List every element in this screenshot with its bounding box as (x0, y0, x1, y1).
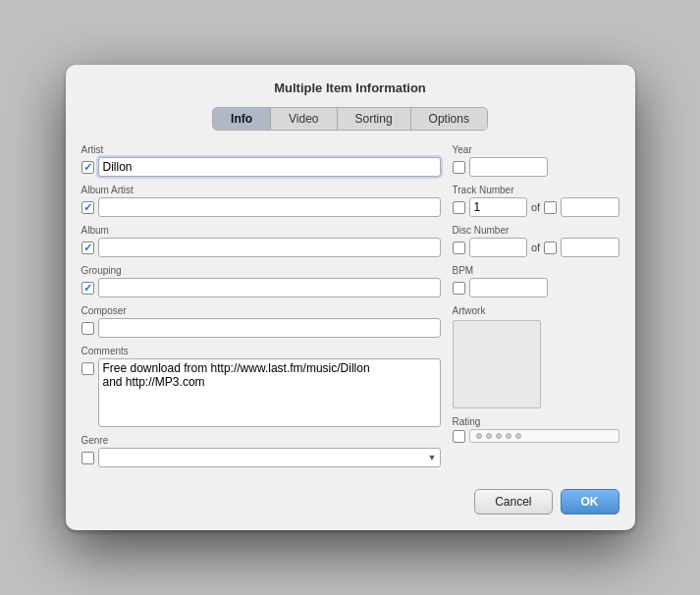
disc-number-label: Disc Number (453, 225, 619, 236)
disc-of-input[interactable] (561, 238, 619, 257)
tab-options[interactable]: Options (411, 108, 487, 130)
year-checkbox[interactable] (453, 161, 465, 174)
year-row (453, 157, 619, 177)
disc-number-row: of (453, 238, 619, 257)
track-number-checkbox[interactable] (453, 201, 465, 214)
tab-sorting[interactable]: Sorting (338, 108, 411, 130)
comments-checkbox[interactable] (81, 362, 94, 375)
genre-select-wrapper: ▼ (98, 448, 441, 467)
album-checkbox[interactable] (81, 242, 94, 254)
bpm-group: BPM (453, 265, 619, 298)
button-row: Cancel OK (81, 489, 619, 514)
genre-checkbox[interactable] (81, 452, 94, 464)
dialog: Multiple Item Information Info Video Sor… (66, 65, 635, 530)
rating-checkbox[interactable] (453, 430, 465, 443)
tab-video[interactable]: Video (271, 108, 337, 130)
album-row (81, 238, 441, 257)
rating-dot-3[interactable] (496, 433, 502, 439)
track-number-input[interactable] (469, 197, 527, 217)
artist-group: Artist (81, 144, 441, 177)
year-label: Year (453, 144, 619, 155)
album-artist-checkbox[interactable] (81, 201, 94, 214)
disc-of-label: of (531, 242, 540, 253)
right-column: Year Track Number of Disc Nu (453, 144, 619, 475)
content-area: Artist Album Artist Album (81, 144, 619, 475)
ok-button[interactable]: OK (561, 489, 619, 514)
album-artist-row (81, 197, 441, 217)
rating-dot-4[interactable] (506, 433, 512, 439)
genre-label: Genre (81, 435, 441, 446)
rating-group: Rating (453, 416, 619, 443)
album-input[interactable] (98, 238, 441, 257)
artist-row (81, 157, 441, 177)
artwork-label: Artwork (453, 305, 619, 316)
cancel-button[interactable]: Cancel (474, 489, 552, 514)
bpm-row (453, 278, 619, 298)
disc-of-checkbox[interactable] (544, 242, 557, 254)
disc-number-input[interactable] (469, 238, 527, 257)
artist-checkbox[interactable] (81, 161, 94, 174)
left-column: Artist Album Artist Album (81, 144, 441, 475)
album-label: Album (81, 225, 441, 236)
album-artist-input[interactable] (98, 197, 441, 217)
rating-row (453, 429, 619, 443)
genre-group: Genre ▼ (81, 435, 441, 467)
tab-bar: Info Video Sorting Options (81, 107, 619, 131)
composer-checkbox[interactable] (81, 322, 94, 335)
artwork-box[interactable] (453, 320, 541, 408)
dialog-title: Multiple Item Information (81, 81, 619, 95)
artwork-group: Artwork (453, 305, 619, 408)
grouping-checkbox[interactable] (81, 282, 94, 295)
bpm-label: BPM (453, 265, 619, 276)
comments-group: Comments Free download from http://www.l… (81, 346, 441, 427)
year-input[interactable] (469, 157, 548, 177)
tab-info[interactable]: Info (213, 108, 271, 130)
album-artist-label: Album Artist (81, 185, 441, 195)
grouping-row (81, 278, 441, 298)
rating-dot-2[interactable] (486, 433, 492, 439)
track-number-group: Track Number of (453, 185, 619, 217)
composer-group: Composer (81, 305, 441, 338)
track-of-label: of (531, 201, 540, 213)
year-group: Year (453, 144, 619, 177)
genre-select[interactable] (98, 448, 441, 467)
comments-label: Comments (81, 346, 441, 356)
bpm-checkbox[interactable] (453, 282, 465, 295)
rating-dot-5[interactable] (515, 433, 521, 439)
track-of-checkbox[interactable] (544, 201, 557, 214)
bpm-input[interactable] (469, 278, 548, 298)
comments-row: Free download from http://www.last.fm/mu… (81, 358, 441, 427)
grouping-input[interactable] (98, 278, 441, 298)
artist-input[interactable] (98, 157, 441, 177)
disc-number-checkbox[interactable] (453, 242, 465, 254)
artist-label: Artist (81, 144, 441, 155)
rating-label: Rating (453, 416, 619, 427)
grouping-group: Grouping (81, 265, 441, 298)
composer-input[interactable] (98, 318, 441, 338)
album-artist-group: Album Artist (81, 185, 441, 217)
track-of-input[interactable] (561, 197, 619, 217)
comments-textarea[interactable]: Free download from http://www.last.fm/mu… (98, 358, 441, 427)
rating-dots[interactable] (469, 429, 619, 443)
grouping-label: Grouping (81, 265, 441, 276)
track-number-row: of (453, 197, 619, 217)
disc-number-group: Disc Number of (453, 225, 619, 257)
tab-container: Info Video Sorting Options (212, 107, 488, 131)
rating-dot-1[interactable] (476, 433, 482, 439)
genre-row: ▼ (81, 448, 441, 467)
composer-label: Composer (81, 305, 441, 316)
album-group: Album (81, 225, 441, 257)
track-number-label: Track Number (453, 185, 619, 195)
composer-row (81, 318, 441, 338)
